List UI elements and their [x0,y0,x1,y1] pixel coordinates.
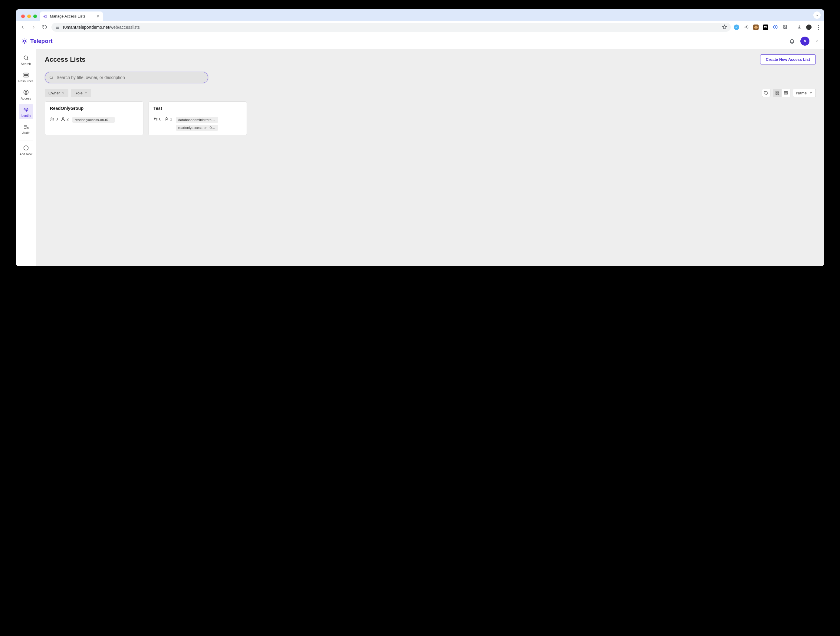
site-info-icon[interactable] [55,25,60,30]
svg-rect-1 [56,26,59,27]
extension-gear-icon[interactable] [744,25,749,30]
svg-rect-31 [784,92,788,93]
sidebar-item-search[interactable]: Search [19,52,33,68]
sort-direction-icon [809,92,812,95]
url-text: r0mant.teleportdemo.net/web/accesslists [63,25,140,30]
access-list-card[interactable]: Test 0 1 [148,101,247,135]
filter-group: Owner Role [45,89,91,97]
group-icon [153,117,158,122]
main-content: Access Lists Create New Access List Ow [36,49,824,266]
svg-point-0 [44,16,46,17]
card-body: 0 2 readonlyaccess-on-r0mant [50,117,138,123]
svg-point-39 [154,118,156,119]
svg-rect-16 [25,92,27,93]
group-count: 0 [50,117,58,122]
chrome-menu-icon[interactable]: ⋮ [816,25,821,30]
sidebar-item-add-new[interactable]: Add New [19,142,33,158]
url-bar[interactable]: r0mant.teleportdemo.net/web/accesslists [51,23,731,32]
extension-icon-4[interactable]: W [763,25,768,30]
grid-view-button[interactable] [773,89,782,97]
forward-button[interactable] [30,23,38,31]
search-section [45,72,816,83]
app-body: Search Resources Access Identity Audit [16,49,824,266]
extensions-puzzle-icon[interactable] [782,25,788,30]
close-window-icon[interactable] [21,14,25,18]
card-tags: databaseadministrator-on-r0… readonlyacc… [176,117,242,131]
svg-rect-13 [24,73,28,74]
search-input[interactable] [45,72,208,83]
svg-rect-2 [56,28,59,28]
brand-name: Teleport [30,38,53,44]
extension-icon-1[interactable]: ✓ [734,25,739,30]
teleport-logo-icon [21,38,28,44]
minimize-window-icon[interactable] [27,14,31,18]
profile-avatar-icon[interactable] [806,25,812,30]
sidebar-item-label: Audit [22,131,30,135]
role-tag: readonlyaccess-on-r0mant [176,125,218,131]
separator [792,24,792,30]
svg-rect-29 [776,93,777,95]
sidebar-item-label: Access [21,96,31,100]
back-button[interactable] [19,23,27,31]
tab-title: Manage Access Lists [50,14,85,19]
group-count: 0 [153,117,161,122]
sidebar-item-label: Add New [19,152,32,156]
header-actions: A [789,36,819,46]
reload-button[interactable] [41,23,48,31]
search-icon [23,54,29,61]
svg-line-26 [52,78,53,79]
fingerprint-icon [23,106,29,113]
access-list-card[interactable]: ReadOnlyGroup 0 2 [45,101,144,135]
user-count: 2 [61,117,69,122]
svg-point-43 [166,118,167,119]
card-stats: 0 2 [50,117,69,122]
tab-strip: Manage Access Lists ✕ + [16,9,824,21]
browser-tab[interactable]: Manage Access Lists ✕ [40,11,103,21]
list-view-button[interactable] [782,89,790,97]
tab-favicon-icon [43,14,47,19]
sidebar: Search Resources Access Identity Audit [16,49,36,266]
sidebar-item-label: Identity [21,114,31,117]
avatar-letter: A [804,39,806,43]
brand-logo[interactable]: Teleport [21,38,53,44]
notifications-icon[interactable] [789,38,795,44]
filter-role-button[interactable]: Role [71,89,91,97]
svg-rect-27 [776,92,777,93]
group-count-value: 0 [159,117,161,122]
refresh-button[interactable] [762,88,771,97]
close-tab-icon[interactable]: ✕ [96,14,100,19]
maximize-window-icon[interactable] [33,14,37,18]
svg-line-12 [27,59,28,60]
sort-label: Name [796,91,807,95]
svg-point-38 [62,118,64,119]
downloads-icon[interactable] [796,25,802,30]
sidebar-separator [19,140,33,140]
new-tab-button[interactable]: + [103,13,114,21]
browser-window: Manage Access Lists ✕ + r0mant.teleportd… [16,9,824,266]
svg-point-10 [23,40,25,42]
sidebar-item-label: Resources [18,79,33,83]
extension-1password-icon[interactable] [772,25,778,30]
card-title: Test [153,106,242,111]
page-title: Access Lists [45,56,86,63]
tabs-dropdown-button[interactable] [813,11,821,19]
sort-button[interactable]: Name [793,88,816,97]
create-access-list-button[interactable]: Create New Access List [760,54,816,65]
sidebar-item-access[interactable]: Access [19,87,33,102]
sidebar-item-resources[interactable]: Resources [19,69,33,85]
user-avatar-button[interactable]: A [801,36,810,46]
filter-label: Owner [48,91,60,95]
browser-toolbar: r0mant.teleportdemo.net/web/accesslists … [16,21,824,33]
card-body: 0 1 databaseadministrator-on-r0… readonl… [153,117,242,131]
window-controls [19,14,40,21]
extension-icon-3[interactable]: 🐵 [753,25,759,30]
cards-grid: ReadOnlyGroup 0 2 [45,101,816,135]
bookmark-icon[interactable] [722,25,727,30]
chevron-down-icon [62,92,65,95]
user-menu-chevron-icon[interactable] [815,39,819,43]
sidebar-item-audit[interactable]: Audit [19,121,33,136]
user-icon [61,117,65,122]
filter-owner-button[interactable]: Owner [45,89,68,97]
sidebar-item-identity[interactable]: Identity [19,104,33,119]
plus-circle-icon [23,145,29,151]
